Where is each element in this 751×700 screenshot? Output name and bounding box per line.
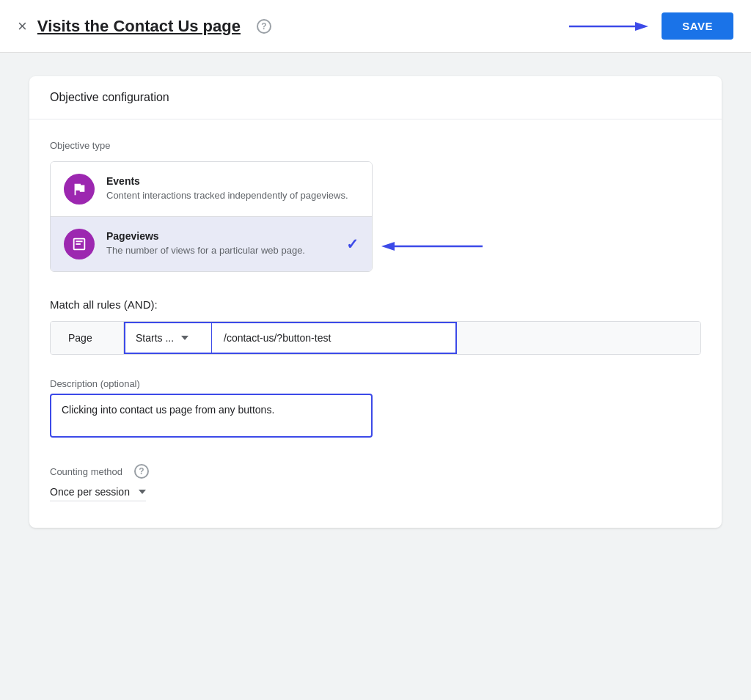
selected-checkmark: ✓ xyxy=(346,235,359,253)
header-left: × Visits the Contact Us page ? xyxy=(18,17,271,36)
rules-title: Match all rules (AND): xyxy=(50,298,701,311)
counting-dropdown[interactable]: Once per session xyxy=(50,486,146,501)
counting-dropdown-arrow-icon xyxy=(139,490,146,494)
header-right: SAVE xyxy=(569,12,733,40)
dropdown-arrow-icon xyxy=(181,336,188,340)
rules-url-cell[interactable]: /contact-us/?button-test xyxy=(212,322,457,354)
rules-page-cell: Page xyxy=(51,322,124,354)
save-button[interactable]: SAVE xyxy=(662,12,733,40)
page-header: × Visits the Contact Us page ? SAVE xyxy=(0,0,751,53)
description-section: Description (optional) Clicking into con… xyxy=(50,378,701,441)
pageviews-option[interactable]: Pageviews The number of views for a part… xyxy=(51,217,372,271)
counting-label: Counting method xyxy=(50,466,122,477)
help-icon[interactable]: ? xyxy=(257,19,271,34)
pageviews-icon xyxy=(64,229,95,259)
save-arrow-icon xyxy=(569,18,650,35)
rules-action-cell xyxy=(457,322,700,354)
close-icon[interactable]: × xyxy=(18,18,27,34)
svg-rect-3 xyxy=(76,243,80,245)
objective-type-label: Objective type xyxy=(50,140,701,151)
svg-rect-2 xyxy=(76,240,82,242)
flag-svg xyxy=(71,181,87,197)
pageviews-desc: The number of views for a particular web… xyxy=(106,244,334,257)
events-title: Events xyxy=(106,175,359,187)
events-option-text: Events Content interactions tracked inde… xyxy=(106,175,359,202)
card-title: Objective configuration xyxy=(29,76,722,119)
objective-options: Events Content interactions tracked inde… xyxy=(50,161,373,272)
url-value: /contact-us/?button-test xyxy=(224,332,331,344)
rules-condition-dropdown[interactable]: Starts ... xyxy=(124,322,212,354)
config-card: Objective configuration Objective type xyxy=(29,76,722,528)
main-content: Objective configuration Objective type xyxy=(0,53,751,551)
svg-marker-1 xyxy=(635,22,648,31)
condition-value: Starts ... xyxy=(136,332,174,344)
pageviews-title: Pageviews xyxy=(106,230,334,242)
svg-marker-5 xyxy=(381,242,395,251)
events-desc: Content interactions tracked independent… xyxy=(106,189,359,202)
description-label: Description (optional) xyxy=(50,378,701,389)
page-label: Page xyxy=(68,332,92,344)
rules-section: Match all rules (AND): Page Starts ... /… xyxy=(50,298,701,355)
events-icon xyxy=(64,174,95,205)
counting-help-icon[interactable]: ? xyxy=(134,464,149,479)
pageviews-arrow-icon xyxy=(380,237,483,255)
rules-row: Page Starts ... /contact-us/?button-test xyxy=(50,321,701,355)
pageview-svg xyxy=(71,236,87,252)
counting-section: Counting method ? Once per session xyxy=(50,464,701,501)
description-input[interactable]: Clicking into contact us page from any b… xyxy=(50,394,373,438)
card-body: Objective type Events Content i xyxy=(29,119,722,528)
events-option[interactable]: Events Content interactions tracked inde… xyxy=(51,162,372,217)
counting-label-row: Counting method ? xyxy=(50,464,701,479)
page-title: Visits the Contact Us page xyxy=(37,17,241,36)
pageviews-option-text: Pageviews The number of views for a part… xyxy=(106,230,334,257)
counting-value: Once per session xyxy=(50,486,130,498)
